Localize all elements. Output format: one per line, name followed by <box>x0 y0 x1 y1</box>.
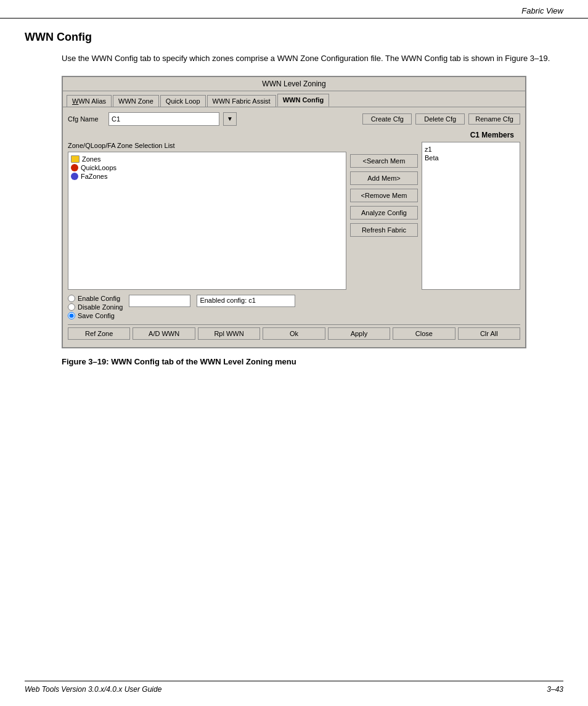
section-title: WWN Config <box>25 31 563 44</box>
tab-wwn-zone[interactable]: WWN Zone <box>113 95 159 107</box>
radio-save-config[interactable]: Save Config <box>68 312 123 319</box>
cfg-dropdown-button[interactable]: ▼ <box>223 112 237 126</box>
quickloops-label: QuickLoops <box>81 164 116 171</box>
members-header: C1 Members <box>68 131 520 139</box>
search-mem-button[interactable]: <Search Mem <box>350 154 418 168</box>
analyze-config-button[interactable]: Analyze Config <box>350 206 418 220</box>
fazones-icon <box>71 173 78 180</box>
remove-mem-button[interactable]: <Remove Mem <box>350 189 418 202</box>
ad-wwn-button[interactable]: A/D WWN <box>133 327 195 340</box>
bottom-buttons: Ref Zone A/D WWN Rpl WWN Ok Apply Close … <box>68 324 520 342</box>
page-footer: Web Tools Version 3.0.x/4.0.x User Guide… <box>25 681 563 694</box>
create-cfg-button[interactable]: Create Cfg <box>362 113 412 125</box>
ref-zone-button[interactable]: Ref Zone <box>68 327 130 340</box>
zones-label: Zones <box>82 155 101 163</box>
list-item-fazones[interactable]: FaZones <box>71 172 343 181</box>
members-list: z1 Beta <box>422 142 520 290</box>
rpl-wwn-button[interactable]: Rpl WWN <box>198 327 260 340</box>
fazones-label: FaZones <box>81 173 107 180</box>
radio-save-label: Save Config <box>78 312 115 319</box>
dialog-titlebar: WWN Level Zoning <box>63 77 525 91</box>
tab-wwn-alias-label: WWN Alias <box>72 97 106 105</box>
member-beta[interactable]: Beta <box>425 154 517 162</box>
list-item-zones[interactable]: Zones <box>71 155 343 163</box>
tab-wwn-zone-label: WWN Zone <box>118 97 153 105</box>
middle-buttons: <Search Mem Add Mem> <Remove Mem Analyze… <box>350 142 418 290</box>
close-button[interactable]: Close <box>393 327 455 340</box>
tab-quick-loop-label: Quick Loop <box>166 97 200 105</box>
cfg-buttons: Create Cfg Delete Cfg Rename Cfg <box>362 113 520 125</box>
tab-wwn-config-label: WWN Config <box>283 96 324 104</box>
tab-bar: WWN Alias WWN Zone Quick Loop WWN Fabric… <box>63 91 525 107</box>
footer-left: Web Tools Version 3.0.x/4.0.x User Guide <box>25 685 161 694</box>
ok-button[interactable]: Ok <box>263 327 325 340</box>
selection-list: Zones QuickLoops FaZones <box>68 152 346 290</box>
cfg-name-input[interactable]: C1 <box>108 112 219 126</box>
footer-right: 3–43 <box>547 685 563 694</box>
list-item-quickloops[interactable]: QuickLoops <box>71 163 343 172</box>
intro-text: Use the WWN Config tab to specify which … <box>62 52 563 65</box>
tab-wwn-fabric-assist[interactable]: WWN Fabric Assist <box>207 95 276 107</box>
apply-button[interactable]: Apply <box>328 327 390 340</box>
dialog-box: WWN Level Zoning WWN Alias WWN Zone Quic… <box>62 76 526 348</box>
dialog-body: Cfg Name C1 ▼ Create Cfg Delete Cfg Rena… <box>63 107 525 347</box>
cfg-name-label: Cfg Name <box>68 115 105 123</box>
left-panel-header: Zone/QLoop/FA Zone Selection List <box>68 142 346 149</box>
radio-disable-label: Disable Zoning <box>78 303 123 311</box>
status-input-field[interactable] <box>129 295 190 307</box>
bottom-section: Enable Config Disable Zoning Save Config… <box>68 295 520 319</box>
radio-group: Enable Config Disable Zoning Save Config <box>68 295 123 319</box>
tab-wwn-alias[interactable]: WWN Alias <box>67 95 112 107</box>
main-panel: Zone/QLoop/FA Zone Selection List Zones … <box>68 142 520 290</box>
header-title: Fabric View <box>521 6 563 15</box>
rename-cfg-button[interactable]: Rename Cfg <box>468 113 520 125</box>
tab-wwn-config[interactable]: WWN Config <box>277 94 330 107</box>
quickloops-icon <box>71 164 78 171</box>
page-header: Fabric View <box>0 0 588 18</box>
delete-cfg-button[interactable]: Delete Cfg <box>415 113 465 125</box>
radio-enable-label: Enable Config <box>78 295 120 302</box>
left-panel: Zone/QLoop/FA Zone Selection List Zones … <box>68 142 346 290</box>
figure-caption: Figure 3–19: WWN Config tab of the WWN L… <box>62 357 563 366</box>
right-panel: z1 Beta <box>422 142 520 290</box>
clr-all-button[interactable]: Clr All <box>458 327 520 340</box>
tab-quick-loop[interactable]: Quick Loop <box>160 95 206 107</box>
add-mem-button[interactable]: Add Mem> <box>350 171 418 185</box>
folder-icon <box>71 155 80 163</box>
radio-disable-zoning[interactable]: Disable Zoning <box>68 303 123 311</box>
main-content: WWN Config Use the WWN Config tab to spe… <box>0 18 588 379</box>
refresh-fabric-button[interactable]: Refresh Fabric <box>350 223 418 237</box>
radio-enable-config[interactable]: Enable Config <box>68 295 123 302</box>
tab-wwn-fabric-assist-label: WWN Fabric Assist <box>213 97 271 105</box>
cfg-name-row: Cfg Name C1 ▼ Create Cfg Delete Cfg Rena… <box>68 112 520 126</box>
member-z1[interactable]: z1 <box>425 145 517 154</box>
status-display: Enabled config: c1 <box>197 295 295 307</box>
